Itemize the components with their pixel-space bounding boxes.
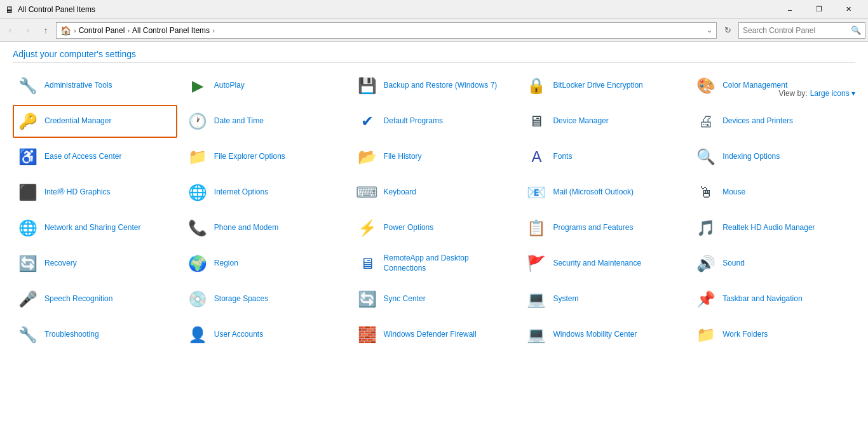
item-icon: 🎤 <box>18 289 38 309</box>
item-icon: 🎵 <box>696 218 716 238</box>
item-icon: 🚩 <box>526 253 546 274</box>
control-panel-item[interactable]: 🔧Troubleshooting <box>13 318 177 351</box>
control-panel-item[interactable]: 📧Mail (Microsoft Outlook) <box>521 176 686 209</box>
item-icon: A <box>526 147 546 167</box>
control-panel-item[interactable]: 🖱Mouse <box>691 176 855 209</box>
item-label: Keyboard <box>384 187 416 198</box>
items-grid-container: 🔧Administrative Tools▶AutoPlay💾Backup an… <box>0 69 868 359</box>
control-panel-item[interactable]: 🧱Windows Defender Firewall <box>352 318 517 351</box>
control-panel-item[interactable]: 🔒BitLocker Drive Encryption <box>521 69 686 102</box>
item-icon: 📌 <box>696 289 716 309</box>
control-panel-item[interactable]: 📂File History <box>352 140 517 173</box>
item-icon: 📂 <box>357 147 377 167</box>
control-panel-item[interactable]: ⬛Intel® HD Graphics <box>13 176 177 209</box>
item-label: RemoteApp and Desktop Connections <box>384 253 512 273</box>
view-by-value[interactable]: Large icons ▾ <box>810 89 855 98</box>
item-label: Security and Maintenance <box>553 259 641 269</box>
item-icon: ⌨ <box>357 182 377 203</box>
item-icon: 🖱 <box>696 182 716 203</box>
control-panel-item[interactable]: 💻System <box>521 283 686 316</box>
breadcrumb-all-items[interactable]: All Control Panel Items <box>132 26 210 35</box>
item-label: Color Management <box>722 81 787 91</box>
control-panel-item[interactable]: 📁Work Folders <box>691 318 855 351</box>
control-panel-item[interactable]: ♿Ease of Access Center <box>13 140 177 173</box>
item-label: Windows Mobility Center <box>553 330 637 340</box>
control-panel-item[interactable]: 📁File Explorer Options <box>182 140 347 173</box>
item-label: Mouse <box>722 187 745 198</box>
breadcrumb-control-panel[interactable]: Control Panel <box>79 26 125 35</box>
item-icon: 💻 <box>526 289 546 309</box>
back-button[interactable]: ‹ <box>3 23 18 38</box>
control-panel-item[interactable]: ▶AutoPlay <box>182 69 347 102</box>
control-panel-item[interactable]: 📌Taskbar and Navigation <box>691 283 855 316</box>
item-label: Power Options <box>384 223 434 233</box>
item-label: Realtek HD Audio Manager <box>722 223 815 233</box>
item-label: Programs and Features <box>553 223 633 233</box>
item-label: Recovery <box>44 259 77 269</box>
item-icon: 🖥 <box>357 253 377 274</box>
search-box: 🔍 <box>738 22 865 39</box>
item-icon: ✔ <box>357 111 377 132</box>
control-panel-item[interactable]: ⌨Keyboard <box>352 176 517 209</box>
control-panel-item[interactable]: 🖥RemoteApp and Desktop Connections <box>352 247 517 280</box>
item-icon: 📁 <box>696 325 716 345</box>
control-panel-item[interactable]: 🔄Recovery <box>13 247 177 280</box>
item-icon: 🖥 <box>526 111 546 132</box>
content-header: Adjust your computer's settings View by:… <box>0 42 868 60</box>
item-icon: 🔒 <box>526 76 546 96</box>
control-panel-item[interactable]: 🖥Device Manager <box>521 105 686 138</box>
item-label: Devices and Printers <box>722 116 793 126</box>
control-panel-item[interactable]: ✔Default Programs <box>352 105 517 138</box>
control-panel-item[interactable]: 🖨Devices and Printers <box>691 105 855 138</box>
control-panel-item[interactable]: 🔍Indexing Options <box>691 140 855 173</box>
control-panel-item[interactable]: 🎵Realtek HD Audio Manager <box>691 212 855 245</box>
item-label: Credential Manager <box>44 116 111 126</box>
item-icon: 🔄 <box>357 289 377 309</box>
search-icon: 🔍 <box>851 25 861 35</box>
item-icon: 💾 <box>357 76 377 96</box>
item-label: Region <box>214 259 238 269</box>
item-label: AutoPlay <box>214 81 245 91</box>
refresh-button[interactable]: ↻ <box>719 22 736 39</box>
item-icon: 🔄 <box>18 253 38 274</box>
control-panel-item[interactable]: 💿Storage Spaces <box>182 283 347 316</box>
item-icon: ♿ <box>18 147 38 167</box>
item-icon: 🖨 <box>696 111 716 132</box>
titlebar: 🖥 All Control Panel Items – ❐ ✕ <box>0 0 868 19</box>
item-icon: 📞 <box>187 218 208 238</box>
control-panel-item[interactable]: 🌍Region <box>182 247 347 280</box>
item-icon: ⚡ <box>357 218 377 238</box>
item-icon: 🌐 <box>18 218 38 238</box>
item-label: Network and Sharing Center <box>44 223 140 233</box>
control-panel-item[interactable]: 💻Windows Mobility Center <box>521 318 686 351</box>
close-button[interactable]: ✕ <box>834 0 863 19</box>
item-label: Device Manager <box>553 116 608 126</box>
control-panel-item[interactable]: 💾Backup and Restore (Windows 7) <box>352 69 517 102</box>
control-panel-item[interactable]: 🔊Sound <box>691 247 855 280</box>
minimize-button[interactable]: – <box>775 0 804 19</box>
control-panel-item[interactable]: 📋Programs and Features <box>521 212 686 245</box>
control-panel-item[interactable]: 📞Phone and Modem <box>182 212 347 245</box>
control-panel-item[interactable]: 🔑Credential Manager <box>13 105 177 138</box>
control-panel-item[interactable]: 🌐Network and Sharing Center <box>13 212 177 245</box>
control-panel-item[interactable]: 👤User Accounts <box>182 318 347 351</box>
divider <box>13 62 855 63</box>
item-icon: 🕐 <box>187 111 208 132</box>
up-button[interactable]: ↑ <box>38 23 53 38</box>
restore-button[interactable]: ❐ <box>804 0 834 19</box>
control-panel-item[interactable]: 🔧Administrative Tools <box>13 69 177 102</box>
control-panel-item[interactable]: 🕐Date and Time <box>182 105 347 138</box>
item-label: File Explorer Options <box>214 152 285 162</box>
item-icon: ▶ <box>187 76 208 96</box>
forward-button[interactable]: › <box>20 23 36 38</box>
control-panel-item[interactable]: 🚩Security and Maintenance <box>521 247 686 280</box>
control-panel-item[interactable]: ⚡Power Options <box>352 212 517 245</box>
control-panel-item[interactable]: 🌐Internet Options <box>182 176 347 209</box>
control-panel-item[interactable]: 🎤Speech Recognition <box>13 283 177 316</box>
control-panel-item[interactable]: 🔄Sync Center <box>352 283 517 316</box>
address-chevron[interactable]: ⌄ <box>707 26 712 34</box>
item-icon: 🌐 <box>187 182 208 203</box>
control-panel-item[interactable]: AFonts <box>521 140 686 173</box>
item-label: User Accounts <box>214 330 263 340</box>
search-input[interactable] <box>743 26 851 35</box>
